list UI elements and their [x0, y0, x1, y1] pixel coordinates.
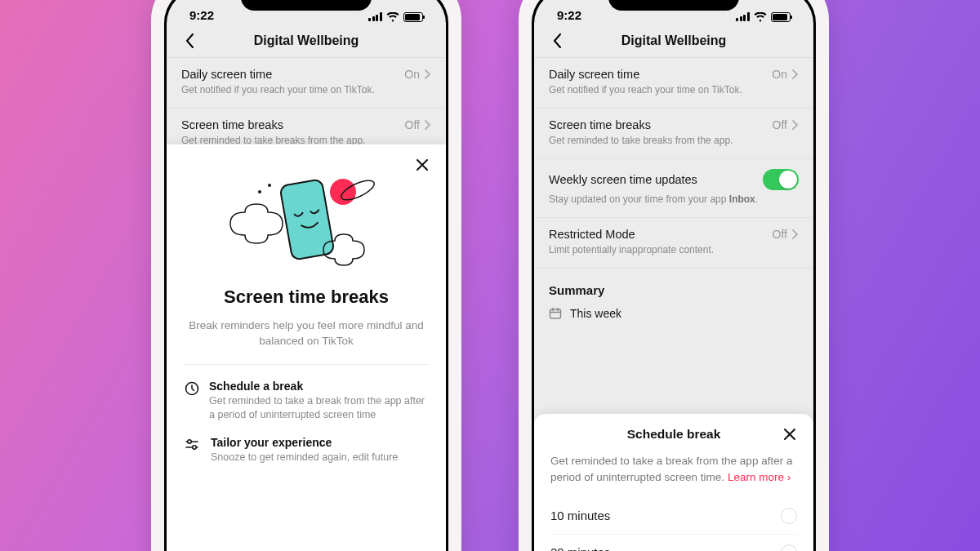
notch — [608, 0, 739, 11]
feature-title: Schedule a break — [209, 380, 428, 393]
sheet-title: Screen time breaks — [183, 287, 430, 308]
clock-icon — [185, 380, 199, 423]
wifi-icon — [386, 12, 399, 22]
cellular-icon — [368, 12, 382, 21]
option-10-minutes[interactable]: 10 minutes — [550, 498, 797, 535]
nav-header: Digital Wellbeing — [534, 25, 813, 58]
row-title: Screen time breaks — [181, 118, 283, 131]
row-subtitle: Limit potentially inappropriate content. — [549, 243, 799, 256]
row-title: Weekly screen time updates — [549, 173, 697, 186]
radio-unchecked-icon — [781, 508, 797, 524]
row-value: On — [404, 68, 420, 81]
wifi-icon — [754, 12, 767, 22]
row-restricted-mode[interactable]: Restricted Mode Off Limit potentially in… — [534, 218, 813, 269]
feature-subtitle: Get reminded to take a break from the ap… — [209, 393, 428, 423]
feature-schedule-break: Schedule a break Get reminded to take a … — [183, 375, 430, 431]
chevron-right-icon — [792, 229, 799, 239]
close-button[interactable] — [412, 154, 433, 176]
row-title: Restricted Mode — [549, 228, 635, 241]
svg-rect-2 — [279, 179, 334, 260]
row-subtitle: Get reminded to take breaks from the app… — [549, 134, 799, 147]
sheet-title: Schedule break — [550, 427, 797, 442]
phone-left: 9:22 Digital Wellbeing Daily screen time… — [151, 0, 461, 551]
page-title: Digital Wellbeing — [254, 33, 359, 48]
sheet-schedule-break: Schedule break Get reminded to take a br… — [534, 414, 813, 551]
sheet-body-text: Get reminded to take a break from the ap… — [550, 448, 797, 498]
svg-point-7 — [193, 445, 196, 448]
calendar-icon — [549, 307, 562, 320]
cellular-icon — [736, 12, 750, 21]
option-20-minutes[interactable]: 20 minutes — [550, 535, 797, 552]
row-value: On — [772, 68, 787, 81]
feature-title: Tailor your experience — [211, 436, 398, 449]
row-value: Off — [405, 118, 420, 131]
chevron-right-icon — [792, 120, 799, 130]
row-weekly-updates[interactable]: Weekly screen time updates Stay updated … — [534, 159, 813, 218]
row-subtitle: Get notified if you reach your time on T… — [549, 83, 799, 96]
row-screen-time-breaks[interactable]: Screen time breaks Off Get reminded to t… — [534, 109, 813, 159]
row-subtitle: Stay updated on your time from your app … — [549, 193, 799, 206]
radio-unchecked-icon — [781, 544, 797, 552]
feature-tailor-experience: Tailor your experience Snooze to get rem… — [183, 431, 430, 473]
chevron-right-icon — [425, 69, 431, 79]
close-button[interactable] — [779, 424, 800, 445]
phone-clouds-illustration — [183, 164, 430, 283]
notch — [241, 0, 372, 11]
battery-icon — [403, 12, 423, 22]
toggle-on[interactable] — [763, 169, 799, 190]
status-time: 9:22 — [557, 8, 581, 22]
sheet-screen-time-breaks: Screen time breaks Break reminders help … — [167, 144, 446, 552]
option-label: 20 minutes — [550, 545, 610, 551]
back-button[interactable] — [547, 31, 567, 51]
option-label: 10 minutes — [550, 509, 610, 522]
row-subtitle: Get notified if you reach your time on T… — [181, 83, 431, 96]
screen-left: 9:22 Digital Wellbeing Daily screen time… — [167, 0, 446, 551]
sliders-icon — [185, 436, 201, 465]
screen-right: 9:22 Digital Wellbeing Daily screen time… — [534, 0, 813, 551]
status-time: 9:22 — [189, 8, 214, 22]
row-title: Daily screen time — [181, 68, 272, 81]
phone-right: 9:22 Digital Wellbeing Daily screen time… — [519, 0, 829, 551]
nav-header: Digital Wellbeing — [167, 25, 446, 58]
row-value: Off — [773, 118, 787, 131]
summary-this-week[interactable]: This week — [534, 302, 813, 330]
chevron-right-icon — [425, 120, 431, 130]
back-button[interactable] — [180, 31, 199, 51]
summary-heading: Summary — [534, 269, 813, 302]
row-value: Off — [773, 228, 787, 241]
row-daily-screen-time[interactable]: Daily screen time On Get notified if you… — [534, 58, 813, 109]
battery-icon — [771, 12, 791, 22]
learn-more-link[interactable]: Learn more › — [728, 471, 791, 483]
chevron-right-icon — [792, 69, 799, 79]
row-title: Screen time breaks — [549, 118, 651, 131]
svg-rect-8 — [550, 309, 561, 318]
svg-point-4 — [268, 184, 271, 187]
feature-subtitle: Snooze to get reminded again, edit futur… — [211, 449, 398, 465]
summary-period-label: This week — [570, 307, 621, 320]
row-title: Daily screen time — [549, 68, 639, 81]
divider — [183, 364, 430, 365]
svg-point-6 — [188, 439, 191, 442]
row-daily-screen-time[interactable]: Daily screen time On Get notified if you… — [167, 58, 446, 109]
svg-point-3 — [258, 190, 261, 193]
page-title: Digital Wellbeing — [621, 33, 727, 48]
sheet-subtitle: Break reminders help you feel more mindf… — [183, 314, 430, 361]
